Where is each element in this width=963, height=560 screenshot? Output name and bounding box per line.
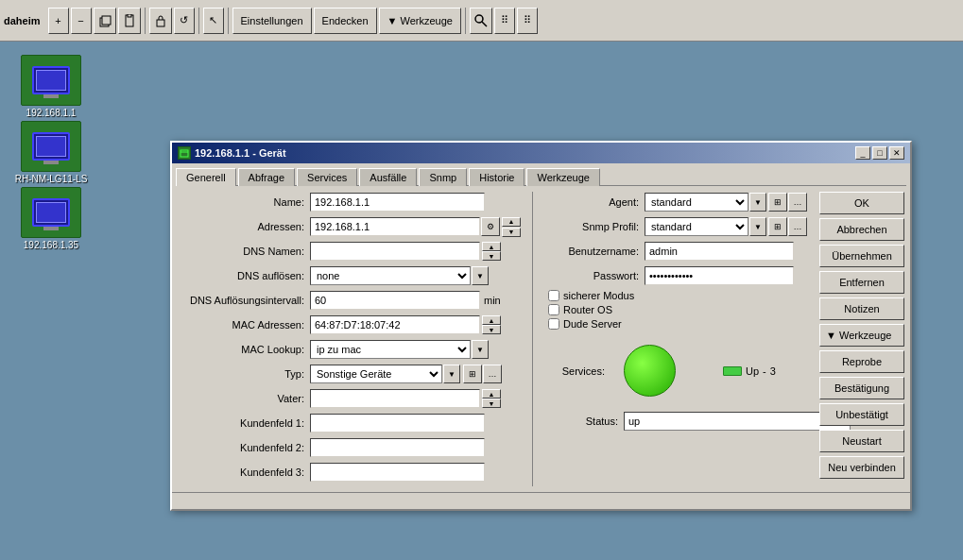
sicherer-modus-checkbox[interactable] — [548, 290, 559, 301]
tab-services[interactable]: Services — [297, 168, 357, 186]
dns-namen-up-btn[interactable]: ▲ — [482, 242, 501, 251]
tab-abfrage[interactable]: Abfrage — [238, 168, 296, 186]
typ-small-btn1[interactable]: ⊞ — [463, 365, 482, 383]
dns-aufloesen-dropdown-btn[interactable]: ▼ — [472, 266, 489, 285]
grid-btn1[interactable]: ⠿ — [494, 8, 515, 34]
cursor-button[interactable]: ↖ — [203, 8, 224, 34]
dns-namen-group: ▲ ▼ — [310, 242, 501, 261]
tab-historie[interactable]: Historie — [469, 168, 524, 186]
snmp-profil-settings-btn[interactable]: ⊞ — [768, 217, 787, 236]
mac-up-btn[interactable]: ▲ — [482, 315, 501, 325]
desktop-icon-2[interactable]: RH-NM-LG11-LS — [13, 121, 89, 184]
lock-button[interactable] — [149, 8, 172, 34]
passwort-label: Passwort: — [541, 270, 645, 281]
desktop-icon-3[interactable]: 192.168.1.35 — [13, 187, 89, 250]
services-status-group: Up - 3 — [723, 365, 776, 377]
uebernehmen-button[interactable]: Übernehmen — [819, 245, 904, 267]
adressen-input[interactable] — [310, 217, 480, 236]
vater-up-btn[interactable]: ▲ — [482, 389, 501, 399]
typ-group: Sonstige Geräte ▼ ⊞ … — [310, 365, 502, 383]
desktop-icon-1[interactable]: 192.168.1.1 — [13, 55, 89, 118]
snmp-profil-select[interactable]: standard — [645, 217, 748, 236]
grid-btn2[interactable]: ⠿ — [517, 8, 538, 34]
refresh-button[interactable]: ↺ — [174, 8, 195, 34]
mac-down-btn[interactable]: ▼ — [482, 325, 501, 334]
typ-dropdown-btn[interactable]: ▼ — [443, 365, 460, 383]
reprobe-button[interactable]: Reprobe — [819, 350, 904, 373]
services-label: Services: — [548, 365, 605, 377]
maximize-button[interactable]: □ — [872, 146, 887, 160]
dns-namen-down-btn[interactable]: ▼ — [482, 251, 501, 261]
tab-generell[interactable]: Generell — [176, 168, 236, 186]
mac-adressen-input[interactable] — [310, 315, 480, 334]
app-title: daheim — [4, 15, 41, 26]
endecken-button[interactable]: Endecken — [314, 8, 377, 34]
mac-adressen-group: ▲ ▼ — [310, 315, 501, 334]
device-label-3: 192.168.1.35 — [24, 240, 78, 250]
svg-rect-4 — [157, 20, 164, 26]
snmp-profil-more-btn[interactable]: … — [788, 217, 807, 236]
router-os-checkbox[interactable] — [548, 304, 559, 315]
separator-4 — [465, 8, 466, 34]
form-left: Name: Adressen: ⚙ ▲ ▼ — [178, 192, 524, 486]
einstellungen-button[interactable]: Einstellungen — [232, 8, 312, 34]
mac-lookup-select[interactable]: ip zu mac — [310, 340, 471, 359]
notizen-button[interactable]: Notizen — [819, 297, 904, 320]
dude-server-checkbox[interactable] — [548, 318, 559, 330]
adressen-settings-btn[interactable]: ⚙ — [481, 217, 500, 236]
agent-settings-btn[interactable]: ⊞ — [768, 193, 787, 212]
typ-small-btn2[interactable]: … — [483, 365, 502, 383]
dns-namen-row: DNS Namen: ▲ ▼ — [178, 241, 524, 262]
svg-rect-1 — [102, 16, 111, 25]
status-up-text: Up — [746, 365, 759, 377]
werkzeuge-button[interactable]: ▼ Werkzeuge — [379, 8, 461, 34]
minimize-button[interactable]: _ — [855, 146, 870, 160]
werkzeuge-btn-label: ▼ Werkzeuge — [826, 330, 891, 341]
mac-adressen-label: MAC Adressen: — [178, 319, 310, 331]
benutzername-input[interactable] — [645, 242, 794, 261]
agent-row: Agent: standard ▼ ⊞ … — [541, 192, 816, 212]
abbrechen-button[interactable]: Abbrechen — [819, 218, 904, 241]
passwort-input[interactable] — [645, 266, 794, 285]
search-button[interactable] — [470, 8, 492, 34]
kundenfeld2-input[interactable] — [310, 438, 485, 457]
mac-lookup-dropdown-btn[interactable]: ▼ — [472, 340, 489, 359]
kundenfeld3-input[interactable] — [310, 463, 485, 482]
dns-interval-input[interactable] — [310, 291, 480, 310]
paste-button[interactable] — [118, 8, 141, 34]
typ-select[interactable]: Sonstige Geräte — [310, 365, 442, 383]
snmp-profil-dropdown-btn[interactable]: ▼ — [749, 217, 766, 236]
bestaetigung-button[interactable]: Bestätigung — [819, 377, 904, 399]
remove-button[interactable]: − — [71, 8, 92, 34]
neustart-button[interactable]: Neustart — [819, 430, 904, 452]
dns-aufloesen-group: none ▼ — [310, 266, 489, 285]
separator-2 — [198, 8, 199, 34]
agent-select[interactable]: standard — [645, 193, 748, 212]
svg-point-5 — [475, 15, 483, 23]
tab-werkzeuge-tab[interactable]: Werkzeuge — [526, 168, 599, 186]
neu-verbinden-button[interactable]: Neu verbinden — [819, 456, 904, 479]
vater-input[interactable] — [310, 389, 480, 408]
adressen-up-btn[interactable]: ▲ — [502, 217, 521, 227]
services-area: Services: Up - 3 — [541, 337, 816, 404]
add-button[interactable]: + — [48, 8, 69, 34]
agent-more-btn[interactable]: … — [788, 193, 807, 212]
copy-button[interactable] — [94, 8, 116, 34]
name-input[interactable] — [310, 193, 485, 212]
dns-namen-input[interactable] — [310, 242, 480, 261]
adressen-down-btn[interactable]: ▼ — [502, 228, 521, 237]
tab-snmp[interactable]: Snmp — [419, 168, 467, 186]
ok-button[interactable]: OK — [819, 192, 904, 214]
agent-dropdown-btn[interactable]: ▼ — [749, 193, 766, 212]
entfernen-button[interactable]: Entfernen — [819, 271, 904, 294]
dns-aufloesen-select[interactable]: none — [310, 266, 471, 285]
kundenfeld1-input[interactable] — [310, 414, 485, 433]
werkzeuge-dropdown-button[interactable]: ▼ Werkzeuge — [819, 324, 904, 347]
dns-namen-label: DNS Namen: — [178, 246, 310, 257]
tab-ausfaelle[interactable]: Ausfälle — [359, 168, 417, 186]
vater-down-btn[interactable]: ▼ — [482, 399, 501, 408]
unbestaetigt-button[interactable]: Unbestätigt — [819, 403, 904, 426]
status-value: up — [624, 412, 851, 431]
close-button[interactable]: ✕ — [889, 146, 904, 160]
dialog-content: Name: Adressen: ⚙ ▲ ▼ — [172, 186, 910, 492]
